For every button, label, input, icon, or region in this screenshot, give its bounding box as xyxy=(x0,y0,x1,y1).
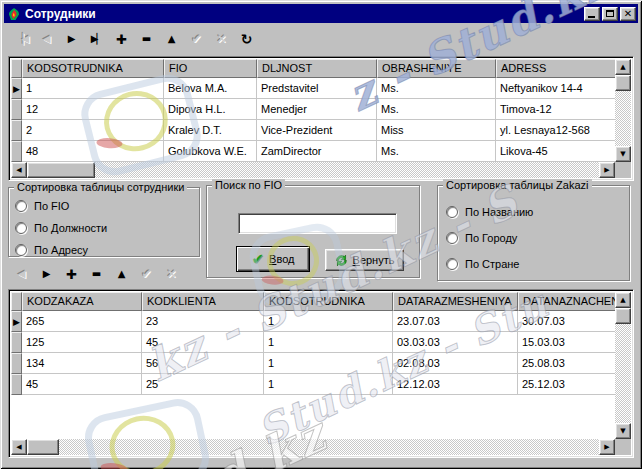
column-header[interactable]: FIO xyxy=(164,59,257,78)
horizontal-scrollbar[interactable]: ◀ ▶ xyxy=(11,162,615,178)
radio-icon[interactable] xyxy=(15,222,27,234)
grid-cell[interactable]: Predstavitel xyxy=(257,78,377,99)
grid-cell[interactable]: 25.12.03 xyxy=(518,374,617,395)
column-header[interactable]: KODZAKAZA xyxy=(22,292,142,311)
horizontal-scrollbar[interactable]: ◀ ▶ xyxy=(11,439,615,455)
grid-cell[interactable]: Ms. xyxy=(377,141,496,162)
radio-icon[interactable] xyxy=(446,206,458,218)
grid-cell[interactable]: Likova-45 xyxy=(496,141,617,162)
column-header[interactable]: KODKLIENTA xyxy=(142,292,264,311)
next-record-button[interactable]: ▶ xyxy=(60,28,83,50)
radio-option[interactable]: По FIO xyxy=(15,199,199,212)
column-header[interactable]: KODSOTRUDNIKA xyxy=(264,292,393,311)
scroll-up-button[interactable]: ▲ xyxy=(615,292,631,308)
radio-option[interactable]: По Названию xyxy=(446,205,629,218)
grid-cell[interactable]: Dipova H.L. xyxy=(164,99,257,120)
grid-cell[interactable]: 1 xyxy=(22,78,164,99)
scroll-left-button[interactable]: ◀ xyxy=(11,439,27,455)
grid-cell[interactable]: 56 xyxy=(142,353,264,374)
column-header[interactable]: DATANAZNACHENIYA xyxy=(518,292,617,311)
grid-cell[interactable]: 1 xyxy=(264,332,393,353)
cancel-edit-button[interactable]: ✕ xyxy=(160,263,183,285)
edit-record-button[interactable]: ▲ xyxy=(110,263,133,285)
column-header[interactable]: OBRASHENIYE xyxy=(377,59,496,78)
prior-record-button[interactable]: ◀ xyxy=(35,28,58,50)
last-record-button[interactable]: ▶▏ xyxy=(85,28,108,50)
radio-icon[interactable] xyxy=(15,244,27,256)
radio-icon[interactable] xyxy=(446,258,458,270)
grid-cell[interactable]: 125 xyxy=(22,332,142,353)
grid-cell[interactable]: 02.08.03 xyxy=(393,353,518,374)
scroll-down-button[interactable]: ▼ xyxy=(615,423,631,439)
minimize-button[interactable] xyxy=(584,7,600,21)
grid-cell[interactable]: Ms. xyxy=(377,99,496,120)
grid-cell[interactable]: 12 xyxy=(22,99,164,120)
grid-cell[interactable]: 25 xyxy=(142,374,264,395)
grid-cell[interactable]: 25.08.03 xyxy=(518,353,617,374)
delete-record-button[interactable]: ▬ xyxy=(135,28,158,50)
grid-cell[interactable]: Kralev D.T. xyxy=(164,120,257,141)
prior-record-button[interactable]: ◀ xyxy=(10,263,33,285)
post-edit-button[interactable]: ✔ xyxy=(135,263,158,285)
grid-cell[interactable]: 15.03.03 xyxy=(518,332,617,353)
radio-icon[interactable] xyxy=(446,232,458,244)
search-fio-input[interactable] xyxy=(238,213,397,234)
grid-cell[interactable]: 134 xyxy=(22,353,142,374)
vertical-scrollbar[interactable]: ▲ ▼ xyxy=(615,292,631,439)
next-record-button[interactable]: ▶ xyxy=(35,263,58,285)
enter-button[interactable]: ✔ Ввод xyxy=(236,246,310,272)
column-header[interactable]: DATARAZMESHENIYA xyxy=(393,292,518,311)
grid-cell[interactable]: 48 xyxy=(22,141,164,162)
scroll-right-button[interactable]: ▶ xyxy=(599,162,615,178)
grid-cell[interactable]: 1 xyxy=(264,353,393,374)
close-button[interactable]: ✕ xyxy=(620,7,636,21)
insert-record-button[interactable]: ✚ xyxy=(110,28,133,50)
radio-option[interactable]: По Должности xyxy=(15,221,199,234)
scrollbar-thumb[interactable] xyxy=(615,75,631,91)
grid-cell[interactable]: Neftyanikov 14-4 xyxy=(496,78,617,99)
grid-cell[interactable]: 265 xyxy=(22,311,142,332)
grid-cell[interactable]: 03.03.03 xyxy=(393,332,518,353)
grid-cell[interactable]: 30.07.03 xyxy=(518,311,617,332)
grid-cell[interactable]: 1 xyxy=(264,374,393,395)
grid-cell[interactable]: yl. Lesnaya12-568 xyxy=(496,120,617,141)
grid-cell[interactable]: 23 xyxy=(142,311,264,332)
first-record-button[interactable]: ▕◀ xyxy=(10,28,33,50)
column-header[interactable]: KODSOTRUDNIKA xyxy=(22,59,164,78)
scroll-left-button[interactable]: ◀ xyxy=(11,162,27,178)
radio-option[interactable]: По Адресу xyxy=(15,243,199,256)
grid-cell[interactable]: Timova-12 xyxy=(496,99,617,120)
grid-cell[interactable]: 23.07.03 xyxy=(393,311,518,332)
grid-cell[interactable]: Golubkova W.E. xyxy=(164,141,257,162)
grid-cell[interactable]: Ms. xyxy=(377,78,496,99)
scrollbar-thumb[interactable] xyxy=(27,162,95,178)
return-button[interactable]: Вернуть xyxy=(325,249,404,271)
insert-record-button[interactable]: ✚ xyxy=(60,263,83,285)
grid-cell[interactable]: 45 xyxy=(142,332,264,353)
vertical-scrollbar[interactable]: ▲ ▼ xyxy=(615,59,631,162)
grid-cell[interactable]: Miss xyxy=(377,120,496,141)
post-edit-button[interactable]: ✔ xyxy=(185,28,208,50)
radio-option[interactable]: По Стране xyxy=(446,257,629,270)
grid-cell[interactable]: 45 xyxy=(22,374,142,395)
column-header[interactable]: ADRESS xyxy=(496,59,617,78)
scroll-up-button[interactable]: ▲ xyxy=(615,59,631,75)
scrollbar-thumb[interactable] xyxy=(615,308,631,324)
radio-option[interactable]: По Городу xyxy=(446,231,629,244)
edit-record-button[interactable]: ▲ xyxy=(160,28,183,50)
column-header[interactable]: DLJNOST xyxy=(257,59,377,78)
refresh-button[interactable]: ↻ xyxy=(235,28,258,50)
grid-cell[interactable]: Menedjer xyxy=(257,99,377,120)
grid-cell[interactable]: 12.12.03 xyxy=(393,374,518,395)
delete-record-button[interactable]: ▬ xyxy=(85,263,108,285)
grid-cell[interactable]: 2 xyxy=(22,120,164,141)
grid-cell[interactable]: 1 xyxy=(264,311,393,332)
grid-cell[interactable]: ZamDirector xyxy=(257,141,377,162)
grid-cell[interactable]: Vice-Prezident xyxy=(257,120,377,141)
cancel-edit-button[interactable]: ✕ xyxy=(210,28,233,50)
maximize-button[interactable] xyxy=(602,7,618,21)
radio-icon[interactable] xyxy=(15,200,27,212)
scroll-right-button[interactable]: ▶ xyxy=(599,439,615,455)
scrollbar-thumb[interactable] xyxy=(27,439,59,455)
scroll-down-button[interactable]: ▼ xyxy=(615,146,631,162)
